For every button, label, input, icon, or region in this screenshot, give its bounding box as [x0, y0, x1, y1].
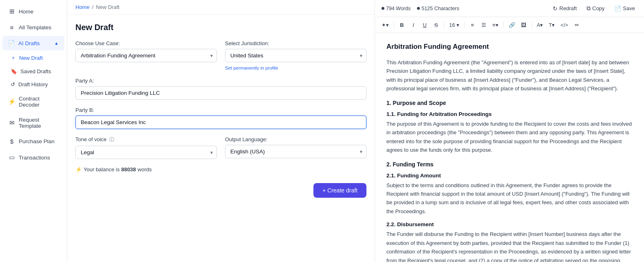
form-panel: Home / New Draft New Draft Choose Use Ca… — [67, 0, 375, 262]
section-1-heading: 1. Purpose and Scope — [386, 100, 633, 106]
sidebar-item-all-templates[interactable]: ≡ All Templates — [2, 20, 64, 35]
use-case-label: Choose Use Case: — [75, 40, 217, 46]
toolbar-sep-1 — [394, 21, 394, 28]
balance-suffix: words — [138, 166, 152, 172]
breadcrumb-current: New Draft — [96, 4, 119, 10]
form-row-tone-language: Tone of voice ⓘ Legal Formal Conversatio… — [75, 136, 366, 159]
plus-icon: ＋ — [11, 54, 16, 61]
doc-intro: This Arbitration Funding Agreement (the … — [386, 58, 633, 93]
toolbar-ordered-list-btn[interactable]: ☰ — [479, 20, 489, 30]
form-group-tone: Tone of voice ⓘ Legal Formal Conversatio… — [75, 136, 217, 159]
home-icon: ⊞ — [8, 8, 15, 15]
sidebar-item-home[interactable]: ⊞ Home — [2, 4, 64, 19]
toolbar-strikethrough-btn[interactable]: S — [431, 20, 441, 30]
party-a-label: Party A: — [75, 78, 366, 84]
sidebar-label-all-templates: All Templates — [19, 24, 51, 31]
form-scroll: New Draft Choose Use Case: Arbitration F… — [67, 15, 375, 262]
balance-row: ⚡ Your balance is 88038 words — [75, 166, 366, 172]
sidebar-label-transactions: Transactions — [19, 155, 50, 161]
transactions-icon: ▭ — [8, 154, 15, 161]
save-label: Save — [623, 5, 635, 11]
output-language-label: Output Language: — [225, 136, 366, 142]
toolbar-bold-btn[interactable]: B — [397, 20, 407, 30]
sidebar-item-purchase-plan[interactable]: $ Purchase Plan — [2, 134, 64, 149]
sidebar-label-request-template: Request Template — [19, 117, 59, 129]
toolbar-sep-4 — [503, 21, 504, 28]
sidebar-item-new-draft[interactable]: ＋ New Draft — [5, 51, 64, 65]
save-button[interactable]: 📄 Save — [612, 4, 637, 13]
tone-info-icon: ⓘ — [109, 137, 114, 142]
words-dot — [382, 7, 384, 10]
sidebar: ⊞ Home ≡ All Templates 📄 AI Drafts ▲ ＋ N… — [0, 0, 67, 262]
toolbar-magic-btn[interactable]: ✦▾ — [379, 20, 391, 30]
copy-icon: ⧉ — [587, 5, 591, 12]
jurisdiction-select[interactable]: United States United Kingdom Canada Aust… — [225, 49, 366, 62]
redraft-button[interactable]: ↻ Redraft — [550, 4, 579, 13]
history-icon: ↺ — [11, 81, 15, 87]
doc-stats: 794 Words 5125 Characters — [382, 6, 459, 11]
words-label: 794 Words — [386, 6, 410, 11]
form-row-use-jurisdiction: Choose Use Case: Arbitration Funding Agr… — [75, 40, 366, 70]
lightning-balance-icon: ⚡ — [75, 166, 82, 172]
form-title: New Draft — [75, 23, 366, 32]
toolbar-image-btn[interactable]: 🖼 — [518, 20, 529, 30]
toolbar-italic-btn[interactable]: I — [408, 20, 419, 30]
main-inner: Home / New Draft New Draft Choose Use Ca… — [67, 0, 644, 262]
section-1-1-body: The purpose of this Agreement is to prov… — [386, 120, 633, 155]
party-a-input[interactable] — [75, 86, 366, 100]
breadcrumb-home[interactable]: Home — [75, 4, 90, 10]
word-count-stat: 794 Words — [382, 6, 410, 11]
tone-select[interactable]: Legal Formal Conversational Neutral — [75, 146, 217, 159]
breadcrumb: Home / New Draft — [67, 0, 375, 15]
editor-toolbar: ✦▾ B I U S 16 ▾ ≡ ☰ ≡▾ 🔗 🖼 A▾ T▾ </> ✏ — [375, 17, 644, 33]
sidebar-item-transactions[interactable]: ▭ Transactions — [2, 150, 64, 165]
toolbar-highlight-btn[interactable]: ✏ — [571, 20, 582, 30]
toolbar-fontsize-btn[interactable]: 16 ▾ — [447, 20, 462, 30]
sidebar-label-ai-drafts: AI Drafts — [18, 40, 40, 46]
chevron-up-icon: ▲ — [54, 41, 59, 46]
chars-dot — [417, 7, 420, 10]
section-1-1-heading: 1.1. Funding for Arbitration Proceedings — [386, 111, 633, 117]
dollar-icon: $ — [8, 138, 15, 145]
sidebar-label-draft-history: Draft History — [18, 81, 48, 87]
form-group-party-a: Party A: — [75, 78, 366, 100]
sidebar-item-ai-drafts[interactable]: 📄 AI Drafts ▲ — [2, 36, 64, 50]
form-group-use-case: Choose Use Case: Arbitration Funding Agr… — [75, 40, 217, 70]
copy-label: Copy — [592, 5, 604, 11]
toolbar-align-btn[interactable]: ≡▾ — [490, 20, 501, 30]
char-count-stat: 5125 Characters — [417, 6, 459, 11]
copy-button[interactable]: ⧉ Copy — [584, 3, 607, 13]
toolbar-paragraph-btn[interactable]: T▾ — [546, 20, 557, 30]
sidebar-item-draft-history[interactable]: ↺ Draft History — [5, 78, 64, 91]
sidebar-label-contract-decoder: Contract Decoder — [19, 96, 59, 108]
toolbar-underline-btn[interactable]: U — [419, 20, 430, 30]
form-group-party-b: Party B: — [75, 107, 366, 129]
tone-select-wrapper: Legal Formal Conversational Neutral — [75, 146, 217, 159]
toolbar-code-btn[interactable]: </> — [558, 20, 571, 30]
sidebar-item-contract-decoder[interactable]: ⚡ Contract Decoder — [2, 92, 64, 112]
toolbar-sep-3 — [464, 21, 465, 28]
envelope-icon: ✉ — [8, 119, 15, 127]
use-case-select-wrapper: Arbitration Funding Agreement Non-Disclo… — [75, 49, 217, 62]
sidebar-item-saved-drafts[interactable]: 🔖 Saved Drafts — [5, 65, 64, 78]
use-case-select[interactable]: Arbitration Funding Agreement Non-Disclo… — [75, 49, 217, 62]
redraft-label: Redraft — [559, 5, 577, 11]
sidebar-label-new-draft: New Draft — [19, 55, 43, 61]
create-draft-button[interactable]: + Create draft — [313, 183, 366, 198]
toolbar-text-color-btn[interactable]: A▾ — [534, 20, 546, 30]
chars-label: 5125 Characters — [421, 6, 459, 11]
sidebar-item-request-template[interactable]: ✉ Request Template — [2, 113, 64, 133]
jurisdiction-hint[interactable]: Set permanently in profile — [225, 66, 366, 70]
sidebar-sub-ai-drafts: ＋ New Draft 🔖 Saved Drafts ↺ Draft Histo… — [2, 51, 67, 91]
toolbar-link-btn[interactable]: 🔗 — [506, 20, 518, 30]
lightning-icon: ⚡ — [8, 98, 15, 105]
party-b-input[interactable] — [75, 116, 366, 129]
output-language-select-wrapper: English (USA) English (UK) Spanish Frenc… — [225, 145, 366, 158]
redraft-icon: ↻ — [553, 5, 558, 12]
balance-value: 88038 — [121, 166, 136, 172]
output-language-select[interactable]: English (USA) English (UK) Spanish Frenc… — [225, 145, 366, 158]
doc-content: Arbitration Funding Agreement This Arbit… — [375, 33, 644, 262]
toolbar-sep-5 — [532, 21, 532, 28]
toolbar-unordered-list-btn[interactable]: ≡ — [467, 20, 478, 30]
sidebar-label-purchase-plan: Purchase Plan — [19, 138, 55, 144]
